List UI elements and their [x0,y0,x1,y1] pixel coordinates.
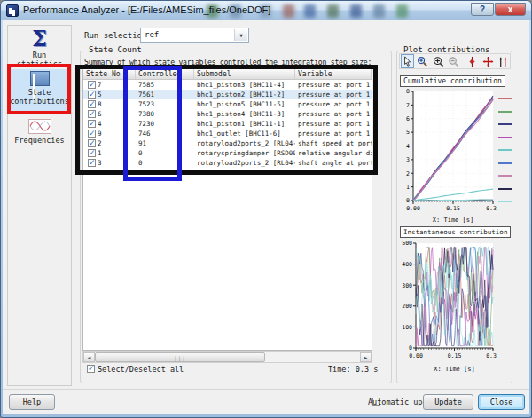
controlled-cell: 7380 [136,109,194,119]
svg-text:400: 400 [402,261,412,268]
bar-chart-icon [30,71,50,86]
column-header[interactable]: Controlled [136,68,194,79]
sidebar-item-label: Run statistics [17,51,62,68]
row-checkbox[interactable] [88,91,96,99]
variable-cell: pressure at port 1 [295,109,372,119]
window-help-button[interactable]: ? [471,3,494,16]
row-checkbox[interactable] [88,120,96,128]
row-checkbox[interactable] [88,149,96,157]
select-cursor-icon[interactable] [401,54,414,68]
variable-cell: pressure at port 1 [295,119,372,129]
row-checkbox[interactable] [88,159,96,167]
chevron-down-icon: ▼ [234,29,247,41]
legend-line-swatch [498,162,512,164]
select-all-checkbox[interactable] [87,365,95,373]
row-checkbox[interactable] [88,110,96,118]
row-checkbox[interactable] [88,81,96,89]
row-checkbox[interactable] [88,130,96,138]
row-checkbox[interactable] [88,139,96,147]
scroll-right-arrow-icon[interactable]: ▶ [360,352,372,362]
zoom-out-icon[interactable] [447,54,460,68]
scrollbar-thumb[interactable]: ||| [95,352,265,362]
svg-text:X: Time [s]: X: Time [s] [433,217,473,224]
close-button[interactable]: Close [478,394,525,410]
svg-text:0.00: 0.00 [406,205,420,212]
state-no-cell: 7 [98,80,102,90]
sidebar-item-label: Frequencies [14,136,64,145]
row-checkbox[interactable] [88,100,96,108]
marker-pair-icon[interactable] [497,54,510,68]
submodel-cell: rotaryspringdamper [RSD00-1] [194,148,295,158]
submodel-cell: bhc1_piston4 [BHC11-3] [194,109,295,119]
sidebar-item-state-contributions[interactable]: State contributions [9,69,70,113]
summary-text: Summary of which state variables control… [84,58,390,67]
table-horizontal-scrollbar[interactable]: ◀ ||| ▶ [82,351,372,363]
variable-cell: pressure at port 1 [295,90,372,99]
variable-cell: pressure at port 1 [295,99,372,109]
table-row[interactable]: 87523bhc1_piston5 [BHC11-5]pressure at p… [83,99,372,109]
legend-line-swatch [498,111,512,113]
zoom-in-icon[interactable] [416,54,429,68]
state-table-header[interactable]: State NoControlledSubmodelVariable [83,68,372,80]
state-no-cell: 2 [98,138,102,148]
submodel-cell: rotaryload2ports_2 [RL04-1] [194,138,295,148]
select-all-label: Select/Deselect all [98,365,184,374]
state-no-cell: 4 [98,119,102,129]
instantaneous-chart-title: Instantaneous contribution [400,226,511,238]
table-row[interactable]: 47230bhc1_piston1 [BHC11-1]pressure at p… [83,119,372,129]
scroll-left-arrow-icon[interactable]: ◀ [83,352,95,362]
legend-line-swatch [498,149,512,151]
titlebar[interactable]: Performance Analyzer - [E:/Files/AMESim_… [1,1,531,20]
svg-text:0.00: 0.00 [409,352,423,359]
svg-text:X: Time [s]: X: Time [s] [434,366,474,373]
state-no-cell: 9 [98,129,102,138]
table-row[interactable]: 30rotaryload2ports_2 [RL04-1]shaft angle… [83,158,372,168]
titlebar-glass-reflection [350,4,362,18]
table-row[interactable]: 9746bhc1_outlet [BHC11-6]pressure at por… [83,129,372,138]
svg-text:3: 3 [406,156,410,163]
footer-divider [3,389,529,390]
run-selection-dropdown[interactable]: ref ▼ [140,28,249,43]
marker-icon[interactable] [466,54,479,68]
controlled-cell: 7585 [136,80,194,90]
variable-cell: shaft angle at port [295,158,372,168]
submodel-cell: bhc1_outlet [BHC11-6] [194,129,295,138]
table-row[interactable]: 57561bhc1_piston2 [BHC11-2]pressure at p… [83,90,372,99]
sidebar-item-label: State contributions [10,88,69,106]
controlled-cell: 7523 [136,99,194,109]
chart-legend [498,98,512,214]
column-header[interactable]: Submodel [194,68,295,79]
submodel-cell: rotaryload2ports_2 [RL04-1] [194,158,295,168]
sidebar-item-frequencies[interactable]: Frequencies [9,119,70,145]
zoom-box-icon[interactable] [432,54,445,68]
table-row[interactable]: 77585bhc1_piston3 [BHC11-4]pressure at p… [83,80,372,90]
state-table[interactable]: State NoControlledSubmodelVariable 77585… [82,67,372,351]
state-no-cell: 6 [98,109,102,119]
svg-text:2: 2 [406,170,410,177]
svg-text:0.15: 0.15 [448,352,462,359]
window-close-button[interactable]: x [495,3,526,16]
update-button[interactable]: Update [423,394,473,410]
cumulative-chart[interactable]: 0123456780.000.150.30X: Time [s] [398,87,497,224]
svg-text:1: 1 [406,184,410,191]
legend-line-swatch [498,137,512,138]
variable-cell: pressure at port 1 [295,129,372,138]
column-header[interactable]: State No [83,68,136,79]
plot-toolbar [399,53,511,69]
table-row[interactable]: 291rotaryload2ports_2 [RL04-1]shaft spee… [83,138,372,148]
state-table-body: 77585bhc1_piston3 [BHC11-4]pressure at p… [83,80,372,168]
table-row[interactable]: 10rotaryspringdamper [RSD00-1]relative a… [83,148,372,158]
marker-move-icon[interactable] [481,54,494,68]
column-header[interactable]: Variable [295,68,372,79]
waveform-icon [28,119,51,134]
sidebar-item-run-statistics[interactable]: Σ Run statistics [9,29,70,68]
submodel-cell: bhc1_piston1 [BHC11-1] [194,119,295,129]
help-button[interactable]: Help [9,394,55,410]
controlled-cell: 7230 [136,119,194,129]
variable-cell: pressure at port 1 [295,80,372,90]
svg-text:7: 7 [406,102,410,109]
svg-text:500: 500 [402,240,412,247]
legend-line-swatch [498,175,512,177]
table-row[interactable]: 67380bhc1_piston4 [BHC11-3]pressure at p… [83,109,372,119]
instantaneous-chart[interactable]: 01002003004005000.000.150.30X: Time [s] [398,238,497,373]
